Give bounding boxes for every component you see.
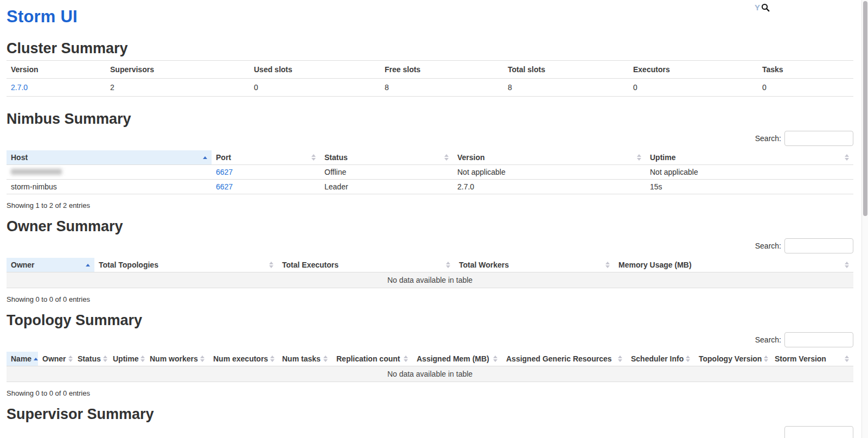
owner-search-row: Search: [7,238,853,253]
sort-asc-icon [34,358,38,360]
col-topology-version[interactable]: Topology Version [694,352,770,366]
sort-icon [141,356,145,362]
col-assigned-generic-resources-label: Assigned Generic Resources [506,354,612,363]
sort-icon [605,262,610,268]
nimbus-search-input[interactable] [784,131,853,146]
col-port-label: Port [216,153,231,162]
col-uptime-label: Uptime [650,153,675,162]
redacted-host-value [11,169,62,175]
scrollbar-thumb[interactable] [863,1,867,216]
tasks-value: 0 [758,79,853,97]
version-link[interactable]: 2.7.0 [11,83,28,92]
supervisors-value: 2 [106,79,250,97]
col-uptime[interactable]: Uptime [646,150,853,165]
free-slots-value: 8 [380,79,503,97]
version-value: Not applicable [453,165,646,180]
uptime-value: 15s [646,180,853,194]
col-topo-status-label: Status [78,354,101,363]
topology-search-label: Search: [755,335,781,344]
col-name-label: Name [11,354,31,363]
col-total-topologies[interactable]: Total Topologies [94,258,278,272]
nimbus-row: 6627 Offline Not applicable Not applicab… [7,165,853,180]
executors-value: 0 [629,79,758,97]
col-executors: Executors [629,61,758,79]
col-owner-label: Owner [11,261,35,269]
col-memory-usage[interactable]: Memory Usage (MB) [614,258,853,272]
col-assigned-mem[interactable]: Assigned Mem (MB) [412,352,502,366]
col-owner[interactable]: Owner [7,258,94,272]
scrollbar[interactable] [861,0,868,438]
topology-summary-header-row: Name Owner Status [7,352,853,366]
total-slots-value: 8 [503,79,629,97]
version-value: 2.7.0 [453,180,646,194]
col-replication-count[interactable]: Replication count [332,352,412,366]
col-tasks: Tasks [758,61,853,79]
col-free-slots: Free slots [380,61,503,79]
sort-asc-icon [86,264,90,266]
col-topo-status[interactable]: Status [73,352,108,366]
col-storm-version-label: Storm Version [775,354,826,363]
nimbus-entries-info: Showing 1 to 2 of 2 entries [7,201,853,210]
sort-icon [103,356,107,362]
nimbus-summary-header-row: Host Port Status [7,150,853,165]
nimbus-summary-table: Host Port Status [7,150,853,194]
sort-icon [444,154,449,161]
col-num-executors-label: Num executors [213,354,268,363]
owner-search-label: Search: [755,242,781,250]
col-total-topologies-label: Total Topologies [99,261,158,269]
owner-search-input[interactable] [784,238,853,253]
col-storm-version[interactable]: Storm Version [770,352,853,366]
sort-icon [270,356,275,362]
col-port[interactable]: Port [212,150,320,165]
sort-icon [637,154,641,161]
sort-icon [200,356,205,362]
col-assigned-mem-label: Assigned Mem (MB) [417,354,489,363]
topology-search-input[interactable] [784,332,853,347]
col-total-executors[interactable]: Total Executors [278,258,455,272]
y-glyph-icon: Y [755,3,760,12]
sort-icon [764,356,768,362]
topology-entries-info: Showing 0 to 0 of 0 entries [7,389,853,397]
sort-icon [845,356,849,362]
col-nimbus-version-label: Version [457,153,485,162]
owner-summary-table: Owner Total Topologies Total Executors [7,258,853,288]
port-link[interactable]: 6627 [216,168,233,176]
col-num-tasks-label: Num tasks [282,354,321,363]
col-num-executors[interactable]: Num executors [209,352,278,366]
cluster-summary-header-row: Version Supervisors Used slots Free slot… [7,61,853,79]
col-host[interactable]: Host [7,150,212,165]
col-assigned-generic-resources[interactable]: Assigned Generic Resources [502,352,627,366]
col-topo-owner-label: Owner [42,354,66,363]
col-total-workers[interactable]: Total Workers [455,258,614,272]
used-slots-value: 0 [250,79,380,97]
sort-icon [446,262,450,268]
supervisor-summary-heading: Supervisor Summary [7,406,853,423]
supervisor-search-input[interactable] [784,426,853,438]
col-topo-owner[interactable]: Owner [38,352,73,366]
topology-empty-row: No data available in table [7,366,853,382]
col-used-slots: Used slots [250,61,380,79]
cluster-summary-heading: Cluster Summary [7,40,853,57]
owner-summary-heading: Owner Summary [7,218,853,235]
topology-empty-message: No data available in table [7,366,853,382]
col-topo-uptime[interactable]: Uptime [108,352,145,366]
sort-icon [311,154,316,161]
sort-icon [618,356,622,362]
col-supervisors: Supervisors [106,61,250,79]
col-num-tasks[interactable]: Num tasks [278,352,332,366]
cluster-summary-table: Version Supervisors Used slots Free slot… [7,60,853,97]
host-value: storm-nimbus [7,180,212,194]
col-total-slots: Total slots [503,61,629,79]
col-num-workers[interactable]: Num workers [145,352,209,366]
col-name[interactable]: Name [7,352,38,366]
search-icon[interactable] [761,3,770,12]
col-scheduler-info[interactable]: Scheduler Info [627,352,694,366]
page-title[interactable]: Storm UI [7,8,853,26]
col-status[interactable]: Status [320,150,453,165]
port-link[interactable]: 6627 [216,182,233,191]
nimbus-search-label: Search: [755,134,781,143]
sort-icon [269,262,273,268]
col-nimbus-version[interactable]: Version [453,150,646,165]
sort-icon [845,154,849,161]
sort-icon [493,356,497,362]
